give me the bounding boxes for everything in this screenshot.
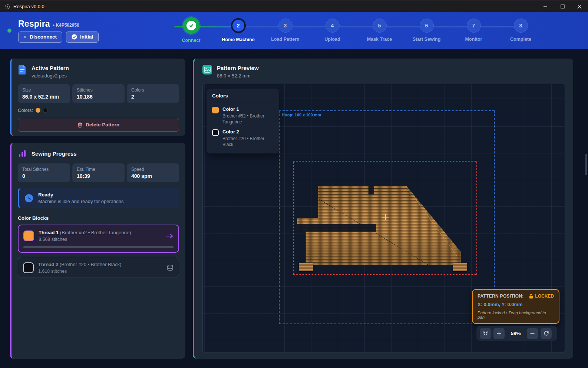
stat-colors: Colors 2: [127, 84, 179, 103]
thread-2-detail: (Brother #20 • Brother Black): [60, 262, 121, 267]
check-icon: [186, 21, 196, 30]
status-message: Machine is idle and ready for operations: [38, 199, 124, 204]
step-label: Upload: [324, 37, 340, 42]
title-bar: Respira v0.0.0: [0, 0, 588, 12]
step-connect[interactable]: Connect: [168, 19, 215, 43]
bar-chart-icon: [18, 149, 27, 158]
travel-stitch-orange: [406, 186, 460, 261]
legend-title: Colors: [212, 93, 274, 99]
minimize-button[interactable]: [537, 1, 554, 12]
locked-label: LOCKED: [535, 294, 554, 299]
color-blocks-heading: Color Blocks: [18, 215, 179, 221]
step-label: Start Sewing: [413, 37, 441, 42]
sewing-progress-card: Sewing Progress Total Stitches 0 Est. Ti…: [10, 143, 185, 359]
colors-label: Colors:: [18, 107, 33, 113]
step-number: 6: [420, 19, 434, 33]
thread-2-block[interactable]: Thread 2 (Brother #20 • Brother Black) 1…: [18, 257, 179, 278]
pattern-filename: valetudogv2.pes: [32, 73, 69, 79]
preview-canvas[interactable]: Hoop: 100 x 100 mm Colors: [202, 84, 565, 352]
close-button[interactable]: [571, 1, 588, 12]
zoom-out-button[interactable]: [527, 328, 538, 339]
active-pattern-card: Active Pattern valetudogv2.pes Size 86.0…: [10, 59, 185, 136]
step-label: Mask Trace: [367, 37, 392, 42]
zoom-in-button[interactable]: [493, 328, 505, 339]
thread-1-detail: (Brother #52 • Brother Tangerine): [60, 230, 131, 235]
disconnect-label: Disconnect: [30, 34, 57, 40]
maximize-button[interactable]: [554, 1, 571, 12]
image-icon: [202, 65, 212, 74]
window-title: Respira v0.0.0: [13, 4, 44, 9]
step-number: 2: [231, 18, 246, 33]
step-label: Home Machine: [222, 37, 254, 42]
step-load-pattern[interactable]: 3 Load Pattern: [262, 19, 309, 43]
step-monitor[interactable]: 7 Monitor: [450, 19, 497, 43]
check-circle-icon: [72, 34, 77, 40]
step-mask-trace[interactable]: 5 Mask Trace: [356, 19, 403, 43]
separator-dot: •: [53, 23, 54, 28]
legend-color-2: Color 2 Brother #20 • Brother Black: [212, 129, 274, 147]
pattern-position-overlay: PATTERN POSITION: LOCKED X: 0.0mm, Y: 0.…: [472, 289, 559, 324]
center-crosshair-icon: [382, 214, 389, 220]
thread-1-stitches: 8.568 stitches: [39, 237, 131, 242]
trash-icon: [77, 122, 82, 127]
clock-icon: [24, 194, 33, 203]
reset-view-button[interactable]: [541, 328, 552, 339]
delete-pattern-label: Delete Pattern: [86, 122, 119, 127]
close-icon: ×: [24, 34, 27, 40]
sewing-progress-title: Sewing Progress: [32, 150, 77, 157]
position-coordinates: X: 0.0mm, Y: 0.0mm: [478, 302, 554, 307]
app-icon: [4, 4, 10, 10]
step-number: 5: [373, 19, 387, 33]
step-upload[interactable]: 4 Upload: [309, 19, 356, 43]
pattern-foot-left: [299, 263, 313, 271]
color-swatch-tangerine: [36, 108, 40, 113]
step-label: Monitor: [465, 37, 482, 42]
initial-label: Initial: [80, 34, 93, 40]
step-number: 8: [514, 19, 528, 33]
position-label: PATTERN POSITION:: [478, 294, 524, 299]
zoom-controls: 58%: [476, 326, 557, 341]
zoom-level: 58%: [507, 331, 524, 336]
legend-swatch-tangerine: [212, 107, 219, 113]
machine-status-banner: Ready Machine is idle and ready for oper…: [18, 188, 179, 208]
legend-swatch-black: [212, 129, 219, 136]
app-header: Respira • K4P502956 × Disconnect Initial: [0, 12, 588, 49]
preview-title: Pattern Preview: [217, 65, 259, 71]
legend-color-1: Color 1 Brother #52 • Brother Tangerine: [212, 106, 274, 125]
pattern-notch-small: [369, 185, 374, 195]
thread-1-name: Thread 1: [39, 230, 59, 235]
disconnect-button[interactable]: × Disconnect: [18, 32, 62, 43]
pattern-preview-card: Pattern Preview 86.0 × 52.2 mm Hoop: 100…: [193, 59, 573, 359]
scrollbar-thumb[interactable]: [585, 154, 587, 175]
thread-2-stitches: 1.618 stitches: [38, 269, 121, 274]
step-connect-circle: [183, 17, 199, 34]
stat-stitches: Stitches 10.186: [72, 84, 125, 103]
step-label: Connect: [182, 38, 201, 43]
step-number: 4: [326, 19, 340, 33]
app-name: Respira: [18, 19, 50, 29]
hoop-label: Hoop: 100 x 100 mm: [282, 113, 321, 117]
arrow-right-icon: [165, 233, 174, 239]
step-home-machine[interactable]: 2 Home Machine: [215, 19, 262, 43]
step-label: Load Pattern: [271, 37, 299, 42]
step-complete[interactable]: 8 Complete: [497, 19, 544, 43]
step-label: Complete: [510, 37, 531, 42]
thread-1-progress-bar: [23, 246, 174, 248]
delete-pattern-button[interactable]: Delete Pattern: [18, 118, 179, 132]
stat-est-time: Est. Time 16:39: [72, 163, 125, 182]
step-start-sewing[interactable]: 6 Start Sewing: [403, 19, 450, 43]
thread-2-swatch: [23, 262, 34, 273]
preview-dimensions: 86.0 × 52.2 mm: [217, 73, 259, 79]
pattern-foot-right: [453, 263, 467, 271]
stat-total-stitches: Total Stitches 0: [18, 163, 70, 182]
main-content: Active Pattern valetudogv2.pes Size 86.0…: [0, 49, 588, 368]
file-icon: [18, 65, 27, 74]
thread-1-block[interactable]: Thread 1 (Brother #52 • Brother Tangerin…: [18, 225, 179, 253]
initial-button[interactable]: Initial: [66, 32, 99, 43]
active-pattern-title: Active Pattern: [32, 65, 69, 71]
pattern-notch: [297, 224, 376, 232]
layers-icon: [166, 265, 174, 271]
fit-to-screen-button[interactable]: [480, 328, 491, 339]
lock-icon: [529, 294, 533, 299]
thread-2-name: Thread 2: [38, 262, 58, 267]
